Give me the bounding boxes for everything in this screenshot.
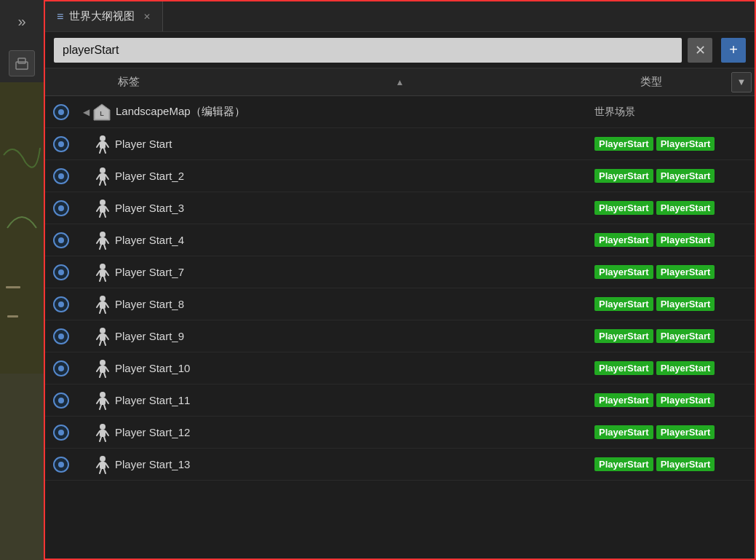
table-row[interactable]: Player Start_9 PlayerStart PlayerStart [45,320,755,352]
table-row[interactable]: Player Start_2 PlayerStart PlayerStart [45,160,755,192]
svg-line-31 [104,245,106,249]
type-badge: PlayerStart [594,361,653,375]
eye-circle [53,457,69,473]
player-type-cell: PlayerStart PlayerStart [594,169,755,183]
visibility-icon[interactable] [45,328,77,344]
svg-rect-33 [100,269,106,277]
player-type-cell: PlayerStart PlayerStart [594,233,755,247]
svg-line-30 [100,245,101,249]
eye-circle [53,425,69,441]
landscape-type-cell: 世界场景 [594,106,755,119]
eye-circle [53,200,69,216]
eye-dot [58,173,64,179]
svg-rect-63 [100,430,106,437]
svg-line-12 [100,149,101,153]
type-text: PlayerStart [656,265,715,279]
clear-search-button[interactable]: ✕ [688,38,712,63]
table-row[interactable]: Player Start_3 PlayerStart PlayerStart [45,192,755,224]
landscape-row[interactable]: ◀ L LandscapeMap（编辑器） 世界场景 [45,96,755,128]
svg-line-22 [97,207,100,211]
svg-rect-39 [100,301,106,309]
svg-line-16 [97,175,100,179]
svg-line-59 [106,399,108,403]
rotation-icon[interactable] [9,50,35,76]
left-sidebar: » [0,0,44,560]
player-row-label: Player Start_12 [115,426,594,438]
svg-line-52 [97,367,100,371]
visibility-icon[interactable] [45,296,77,312]
collapse-button[interactable]: » [12,7,31,36]
type-badge: PlayerStart [594,201,653,215]
type-badge: PlayerStart [594,425,653,439]
player-type-cell: PlayerStart PlayerStart [594,265,755,279]
svg-line-17 [106,175,108,179]
eye-circle [53,104,69,120]
svg-line-41 [106,303,108,307]
type-badge: PlayerStart [594,297,653,311]
search-input[interactable] [54,38,682,63]
expand-icon[interactable]: ◀ [83,107,89,117]
svg-rect-1 [18,58,25,63]
player-indent [77,423,111,442]
table-row[interactable]: Player Start_10 PlayerStart PlayerStart [45,352,755,384]
visibility-icon[interactable] [45,425,77,441]
table-row[interactable]: Player Start_12 PlayerStart PlayerStart [45,417,755,449]
visibility-icon[interactable] [45,264,77,280]
svg-line-70 [97,463,100,468]
world-outliner-tab[interactable]: ≡ 世界大纲视图 ✕ [45,1,163,31]
visibility-icon[interactable] [45,168,77,184]
player-indent [77,135,111,154]
player-row-label: Player Start_10 [115,362,594,374]
svg-line-11 [106,143,108,147]
player-indent [77,295,111,314]
eye-dot [58,334,64,339]
visibility-icon[interactable] [45,232,77,248]
eye-dot [58,366,64,371]
player-row-label: Player Start_9 [115,330,594,342]
svg-line-10 [97,143,100,147]
visibility-icon[interactable] [45,360,77,376]
player-type-cell: PlayerStart PlayerStart [594,201,755,215]
svg-line-34 [97,271,100,275]
player-start-actor-icon [95,199,111,218]
player-indent [77,359,111,378]
eye-dot [58,269,64,275]
content-area[interactable]: ◀ L LandscapeMap（编辑器） 世界场景 [45,96,755,559]
svg-line-19 [104,181,106,185]
eye-circle [53,393,69,409]
table-row[interactable]: Player Start_4 PlayerStart PlayerStart [45,224,755,256]
svg-point-32 [100,264,106,269]
svg-point-68 [100,456,106,462]
eye-dot [58,237,64,243]
player-row-label: Player Start_11 [115,394,594,406]
player-start-actor-icon [95,135,111,154]
landscape-indent: ◀ L [77,103,116,122]
table-row[interactable]: Player Start_13 PlayerStart PlayerStart [45,449,755,481]
table-row[interactable]: Player Start PlayerStart PlayerStart [45,128,755,160]
eye-dot [58,205,64,211]
visibility-icon[interactable] [45,136,77,152]
eye-dot [58,141,64,147]
table-row[interactable]: Player Start_8 PlayerStart PlayerStart [45,288,755,320]
table-row[interactable]: Player Start_11 PlayerStart PlayerStart [45,384,755,417]
visibility-icon[interactable] [45,393,77,409]
visibility-icon[interactable] [45,457,77,473]
svg-point-56 [100,392,106,398]
visibility-icon[interactable] [45,104,77,120]
svg-line-60 [100,405,101,409]
player-start-actor-icon [95,327,111,346]
svg-line-18 [100,181,101,185]
player-start-actor-icon [95,231,111,250]
tab-close-icon[interactable]: ✕ [143,12,151,22]
table-row[interactable]: Player Start_7 PlayerStart PlayerStart [45,256,755,288]
svg-point-44 [100,328,106,334]
player-row-label: Player Start_13 [115,458,594,470]
visibility-icon[interactable] [45,200,77,216]
filter-button[interactable]: ▼ [731,72,752,92]
add-button[interactable]: + [721,38,746,63]
landscape-actor-icon: L [92,103,111,122]
player-row-label: Player Start_3 [115,202,594,214]
landscape-row-label: LandscapeMap（编辑器） [116,105,594,119]
landscape-type-text: 世界场景 [594,106,635,119]
filter-icon: ▼ [737,76,747,87]
